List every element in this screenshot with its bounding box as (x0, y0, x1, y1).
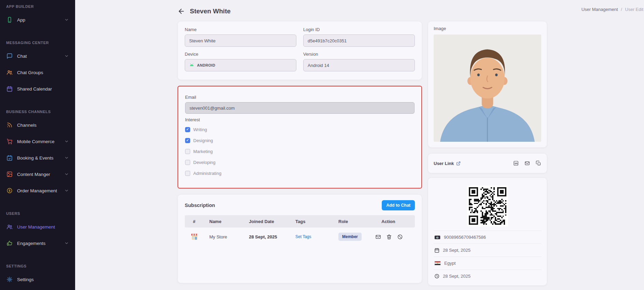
app-phone-icon (6, 16, 13, 23)
sidebar-item-content-manager[interactable]: Content Manger (0, 166, 75, 182)
image-card-title: Image (434, 26, 541, 31)
main-content: User Management / User Edit Steven White… (75, 0, 644, 290)
checkbox-administrating[interactable] (185, 171, 190, 176)
name-input[interactable] (185, 34, 296, 47)
interest-row: Designing (185, 137, 415, 144)
sidebar-item-label: Chat (17, 54, 60, 59)
sidebar-item-mobile-commerce[interactable]: Mobile Commerce (0, 133, 75, 150)
back-button[interactable] (178, 8, 185, 15)
email-input[interactable] (185, 102, 415, 114)
subscription-card: Subscription Add to Chat # Name Joined D… (178, 194, 422, 283)
detail-row-id: ID 90089656709467586 (434, 231, 541, 244)
user-link-card: User Link (428, 153, 547, 173)
user-qr-id: 90089656709467586 (444, 235, 486, 240)
sidebar-item-order-management[interactable]: $ Order Management (0, 182, 75, 199)
image-card: Image (428, 21, 547, 148)
checkbox-developing[interactable] (185, 160, 190, 165)
set-tags-link[interactable]: Set Tags (295, 234, 338, 239)
sidebar-section-users: USERS (0, 199, 75, 219)
left-column: Name Login ID Device (178, 21, 422, 283)
breadcrumb-current: User Edit (625, 7, 643, 12)
table-header-row: # Name Joined Date Tags Role Action (185, 215, 415, 227)
chevron-down-icon (64, 155, 69, 160)
email-icon[interactable] (524, 161, 530, 166)
email-icon[interactable] (375, 234, 381, 240)
country-value: Egypt (444, 261, 456, 266)
sidebar-section-settings: SETTINGS (0, 251, 75, 271)
store-icon (190, 232, 209, 241)
linkedin-icon[interactable] (513, 161, 519, 166)
sidebar-item-settings[interactable]: Settings (0, 271, 75, 288)
sidebar-item-booking-events[interactable]: Booking & Events (0, 150, 75, 166)
sidebar-item-shared-calendar[interactable]: Shared Calendar (0, 81, 75, 97)
app-root: APP BUILDER App MESSAGING CENTER Chat Ch… (0, 0, 644, 290)
row-actions (375, 234, 415, 240)
sidebar: APP BUILDER App MESSAGING CENTER Chat Ch… (0, 0, 75, 290)
col-header-action: Action (381, 219, 415, 224)
checkbox-marketing[interactable] (185, 149, 190, 154)
row-store-name: My Store (209, 234, 249, 239)
interest-row: Marketing (185, 148, 415, 155)
page-title: Steven White (190, 8, 230, 15)
checkbox-designing[interactable] (185, 138, 190, 143)
chevron-down-icon (64, 188, 69, 193)
calendar-icon (434, 248, 439, 253)
detail-row-date: 28 Sept, 2025 (434, 244, 541, 257)
external-link-icon[interactable] (456, 161, 461, 166)
block-icon[interactable] (397, 234, 403, 240)
user-photo (434, 34, 541, 142)
content-grid: Name Login ID Device (178, 21, 547, 286)
sidebar-section-messaging-center: MESSAGING CENTER (0, 28, 75, 48)
last-active-value: 28 Sept, 2025 (443, 274, 471, 279)
login-id-input[interactable] (303, 34, 415, 47)
detail-row-country: Egypt (434, 257, 541, 270)
subscription-table: # Name Joined Date Tags Role Action (185, 215, 415, 246)
sidebar-item-app[interactable]: App (0, 12, 75, 28)
egypt-flag-icon (434, 261, 441, 265)
chevron-down-icon (64, 54, 69, 58)
sidebar-item-user-management[interactable]: User Management (0, 219, 75, 235)
page-header: Steven White (178, 0, 547, 15)
interest-option-label: Marketing (193, 149, 213, 154)
content-area: Steven White Name Login ID (178, 0, 547, 286)
version-input[interactable] (303, 59, 415, 71)
chevron-down-icon (64, 241, 69, 246)
sidebar-item-label: Engagements (17, 241, 60, 246)
col-header-joined: Joined Date (249, 219, 295, 224)
sidebar-item-label: Settings (17, 277, 69, 282)
checkbox-writing[interactable] (185, 127, 190, 132)
role-badge: Member (338, 233, 362, 241)
trash-icon[interactable] (386, 234, 392, 240)
sidebar-item-engagements[interactable]: Engagements (0, 235, 75, 251)
col-header-tags: Tags (295, 219, 338, 224)
device-field: Device ANDROID (185, 52, 296, 71)
name-field: Name (185, 27, 296, 47)
chevron-down-icon (64, 172, 69, 177)
user-link-actions (513, 161, 541, 166)
table-row: My Store 28 Sept, 2025 Set Tags Member (185, 227, 415, 246)
sidebar-item-label: Content Manger (17, 172, 60, 177)
version-label: Version (303, 52, 415, 57)
interest-option-label: Administrating (193, 171, 221, 176)
contact-card-highlighted: Email Interest Writing Designing (178, 86, 422, 189)
breadcrumb-parent[interactable]: User Management (582, 7, 618, 12)
sidebar-item-chat[interactable]: Chat (0, 48, 75, 64)
joined-date-value: 28 Sept, 2025 (443, 248, 471, 253)
version-field: Version (303, 52, 415, 71)
row-joined-date: 28 Sept, 2025 (249, 234, 295, 239)
svg-text:ID: ID (436, 236, 439, 238)
detail-row-last-active: 28 Sept, 2025 (434, 270, 541, 282)
add-to-chat-button[interactable]: Add to Chat (382, 200, 415, 210)
id-badge-icon: ID (434, 235, 440, 240)
device-input[interactable]: ANDROID (185, 59, 296, 71)
email-label: Email (185, 95, 415, 100)
interest-row: Developing (185, 158, 415, 166)
sidebar-item-chat-groups[interactable]: Chat Groups (0, 64, 75, 81)
login-id-label: Login ID (303, 27, 415, 32)
device-label: Device (185, 52, 296, 57)
copy-icon[interactable] (536, 161, 541, 166)
device-value: ANDROID (197, 63, 215, 67)
sidebar-item-channels[interactable]: Channels (0, 117, 75, 133)
thumbs-up-icon (6, 240, 13, 247)
sidebar-section-app-builder: APP BUILDER (0, 0, 75, 12)
